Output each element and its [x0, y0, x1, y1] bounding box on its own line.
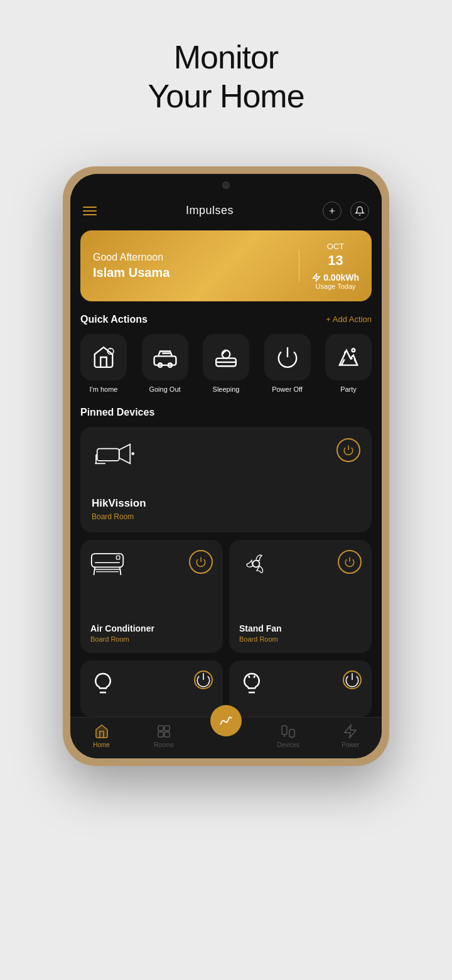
fan-icon: [239, 550, 273, 578]
device-card-ac[interactable]: Air Conditioner Board Room: [80, 540, 223, 653]
add-action-label: + Add Action: [326, 315, 372, 324]
usage-label: Usage Today: [312, 283, 359, 290]
nav-rooms-icon: [156, 724, 171, 739]
im-home-icon-box: [80, 334, 127, 380]
notification-button[interactable]: [350, 202, 369, 220]
headline-line1: Monitor: [174, 39, 278, 75]
greeting-text: Good Afternoon: [93, 252, 286, 263]
light2-power-icon: [344, 667, 360, 692]
svg-rect-5: [154, 356, 176, 365]
svg-point-29: [253, 560, 260, 567]
fan-power-icon: [344, 556, 355, 568]
car-icon: [153, 345, 177, 369]
nav-devices[interactable]: Devices: [257, 724, 320, 748]
card-divider: [299, 250, 299, 281]
power-off-icon-box: [264, 334, 311, 380]
light1-power-icon: [195, 667, 212, 692]
nav-devices-label: Devices: [277, 741, 299, 748]
svg-marker-2: [313, 274, 320, 281]
ac-room: Board Room: [90, 635, 213, 643]
bottom-nav: Home Rooms: [70, 717, 382, 758]
svg-line-12: [345, 351, 346, 353]
device-card-partial-2[interactable]: [229, 660, 372, 717]
fan-name: Stand Fan: [239, 623, 362, 633]
user-name: Islam Usama: [93, 266, 286, 280]
svg-line-33: [254, 676, 255, 677]
power-icon: [276, 345, 299, 369]
ac-power-button[interactable]: [189, 550, 213, 574]
nav-power[interactable]: Power: [320, 724, 382, 748]
headline-line2: Your Home: [148, 78, 304, 114]
svg-rect-40: [289, 730, 294, 737]
action-im-home[interactable]: I'm home: [80, 334, 127, 393]
ac-power-icon: [195, 556, 207, 568]
nav-rooms[interactable]: Rooms: [132, 724, 195, 748]
action-going-out[interactable]: Going Out: [142, 334, 188, 393]
ac-name: Air Conditioner: [90, 623, 213, 633]
going-out-icon-box: [142, 334, 188, 380]
top-bar-actions: [323, 202, 369, 220]
svg-line-23: [120, 567, 121, 575]
action-sleeping[interactable]: Sleeping: [203, 334, 249, 393]
pinned-devices-title: Pinned Devices: [80, 407, 372, 418]
sleeping-label: Sleeping: [213, 385, 240, 393]
camera-bar: [70, 174, 382, 197]
quick-actions-row: I'm home Going Out: [80, 334, 372, 393]
devices-row-ac-fan: Air Conditioner Board Room: [80, 540, 372, 653]
device-card-hikvision[interactable]: HikVission Board Room: [80, 427, 372, 532]
svg-point-19: [132, 453, 134, 455]
sleeping-icon-box: [203, 334, 249, 380]
light2-power-button[interactable]: [343, 670, 362, 689]
party-label: Party: [340, 385, 357, 393]
hikvision-power-button[interactable]: [336, 438, 360, 462]
impulses-center-button[interactable]: [210, 705, 242, 736]
svg-line-13: [350, 358, 352, 359]
home-icon: [92, 345, 116, 369]
hikvision-name: HikVission: [92, 497, 360, 510]
usage-info: OCT 13 0.00kWh Usage Today: [312, 242, 359, 290]
svg-marker-43: [345, 725, 356, 738]
im-home-label: I'm home: [90, 385, 118, 393]
camera-device-icon: [92, 438, 136, 472]
quick-actions-header: Quick Actions + Add Action: [80, 314, 372, 325]
ac-icon: [90, 550, 124, 578]
nav-home-icon: [94, 724, 109, 739]
phone-screen: Impulses: [70, 174, 382, 758]
svg-rect-14: [97, 448, 119, 460]
day-text: 13: [312, 252, 359, 269]
nav-home[interactable]: Home: [70, 724, 132, 748]
fan-power-button[interactable]: [338, 550, 362, 574]
device-card-partial-1[interactable]: [80, 660, 223, 717]
month-text: OCT: [312, 242, 359, 251]
svg-rect-39: [282, 726, 287, 735]
add-button[interactable]: [323, 202, 342, 220]
nav-power-label: Power: [342, 741, 359, 748]
svg-line-32: [249, 676, 250, 677]
action-party[interactable]: Party: [325, 334, 372, 393]
menu-button[interactable]: [83, 207, 97, 215]
bulb2-icon: [239, 670, 264, 696]
power-on-icon: [343, 444, 354, 456]
nav-rooms-label: Rooms: [154, 741, 174, 748]
nav-devices-icon: [281, 724, 296, 739]
front-camera: [222, 181, 230, 189]
quick-actions-title: Quick Actions: [80, 314, 148, 325]
nav-power-icon: [343, 724, 358, 739]
party-icon: [336, 345, 360, 369]
usage-kwh: 0.00kWh: [323, 272, 359, 283]
device-card-fan[interactable]: Stand Fan Board Room: [229, 540, 372, 653]
svg-rect-38: [164, 732, 170, 737]
svg-rect-35: [158, 726, 163, 731]
svg-rect-27: [116, 556, 119, 559]
headline: Monitor Your Home: [148, 38, 304, 141]
hikvision-room: Board Room: [92, 512, 360, 521]
fan-room: Board Room: [239, 635, 362, 643]
svg-line-22: [94, 567, 95, 575]
top-bar: Impulses: [80, 197, 372, 230]
add-action-button[interactable]: + Add Action: [326, 315, 372, 324]
action-power-off[interactable]: Power Off: [264, 334, 311, 393]
svg-marker-15: [119, 444, 131, 463]
impulses-logo-icon: [217, 712, 235, 730]
light1-power-button[interactable]: [194, 670, 213, 689]
usage-row: 0.00kWh: [312, 272, 359, 283]
